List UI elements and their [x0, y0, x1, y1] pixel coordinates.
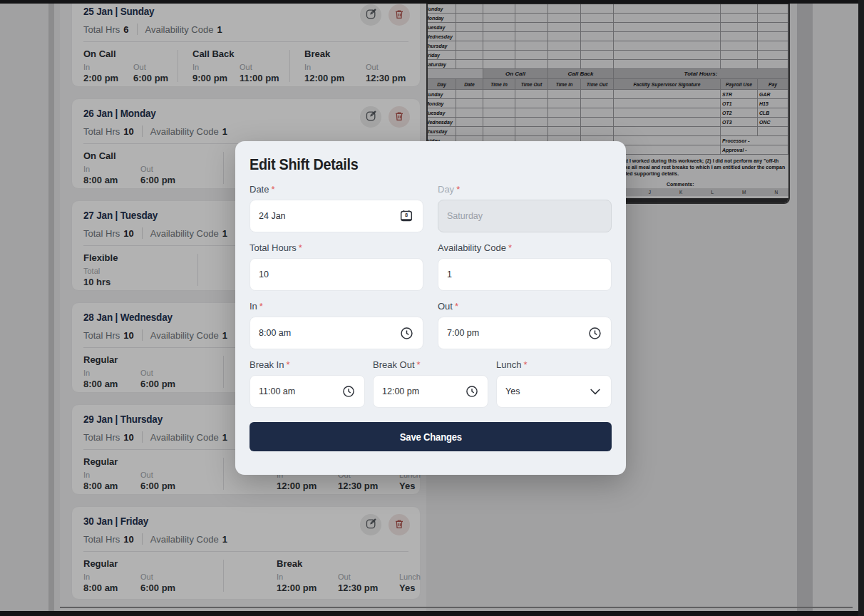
in-time-value[interactable]: [259, 328, 394, 338]
total-hours-label: Total Hours*: [250, 242, 423, 253]
lunch-selected-value: Yes: [505, 386, 582, 396]
in-time-input[interactable]: [250, 317, 423, 349]
required-asterisk: *: [523, 359, 527, 370]
day-input-value: [447, 211, 602, 221]
break-in-label: Break In*: [250, 359, 365, 370]
in-label: In*: [250, 301, 423, 312]
day-input: [438, 200, 612, 232]
date-field: Date* 8: [250, 184, 423, 232]
break-in-input[interactable]: [250, 375, 365, 408]
required-asterisk: *: [417, 359, 421, 370]
out-label: Out*: [438, 301, 612, 312]
break-in-value[interactable]: [259, 386, 336, 396]
edit-shift-modal: Edit Shift Details Date* 8 Day*: [235, 141, 626, 475]
date-input[interactable]: 8: [250, 200, 423, 232]
total-hours-field: Total Hours*: [250, 242, 423, 291]
out-time-value[interactable]: [447, 328, 582, 338]
availability-code-field: Availability Code*: [438, 242, 612, 291]
break-in-field: Break In*: [250, 359, 365, 408]
date-input-value[interactable]: [259, 211, 393, 221]
required-asterisk: *: [508, 242, 512, 253]
lunch-select[interactable]: Yes: [496, 375, 612, 408]
clock-icon[interactable]: [341, 384, 356, 399]
app-window: 25 Jan | Sunday Total Hrs 6 Availability…: [0, 0, 864, 616]
chevron-down-icon[interactable]: [588, 384, 602, 399]
break-out-input[interactable]: [373, 375, 488, 408]
calendar-icon[interactable]: 8: [398, 208, 414, 224]
break-out-field: Break Out*: [373, 359, 488, 408]
required-asterisk: *: [271, 184, 274, 195]
save-changes-button[interactable]: Save Changes: [250, 422, 612, 451]
total-hours-input-value[interactable]: [259, 270, 414, 279]
clock-icon[interactable]: [399, 326, 414, 341]
required-asterisk: *: [259, 301, 263, 312]
svg-text:8: 8: [405, 212, 408, 218]
availability-code-label: Availability Code*: [438, 242, 612, 253]
break-out-value[interactable]: [382, 386, 459, 396]
in-field: In*: [250, 301, 423, 349]
break-out-label: Break Out*: [373, 359, 488, 370]
clock-icon[interactable]: [465, 384, 479, 399]
lunch-label: Lunch*: [496, 359, 612, 370]
modal-title: Edit Shift Details: [250, 155, 358, 174]
clock-icon[interactable]: [587, 326, 602, 341]
required-asterisk: *: [286, 359, 289, 370]
availability-code-input[interactable]: [438, 258, 612, 291]
out-time-input[interactable]: [438, 317, 612, 349]
required-asterisk: *: [456, 184, 460, 195]
required-asterisk: *: [455, 301, 458, 312]
day-field: Day*: [438, 184, 612, 232]
date-label: Date*: [250, 184, 423, 195]
day-label: Day*: [438, 184, 612, 195]
required-asterisk: *: [299, 242, 302, 253]
availability-code-input-value[interactable]: [447, 270, 602, 279]
lunch-field: Lunch* Yes: [496, 359, 612, 408]
total-hours-input[interactable]: [250, 258, 423, 291]
out-field: Out*: [438, 301, 612, 349]
